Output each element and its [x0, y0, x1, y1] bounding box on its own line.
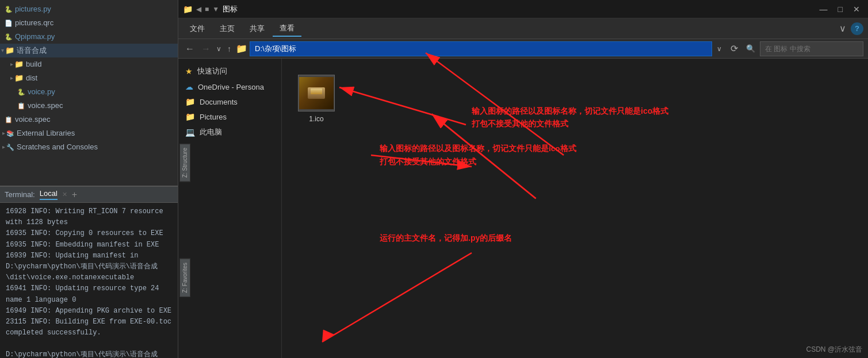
tree-item-dist[interactable]: ▸ 📁 dist	[0, 71, 178, 85]
nav-item-documents[interactable]: 📁 Documents	[178, 94, 281, 109]
nav-label: 快速访问	[197, 66, 227, 76]
ico-thumbnail	[298, 75, 335, 111]
terminal-add-button[interactable]: +	[72, 190, 77, 200]
tree-item-scratches[interactable]: ▸ 🔧 Scratches and Consoles	[0, 140, 178, 154]
tree-item-pictures-py[interactable]: 🐍 pictures.py	[0, 2, 178, 16]
terminal-line: 23115 INFO: Building EXE from EXE-00.toc…	[6, 317, 172, 338]
annotation-arrow-2	[282, 59, 868, 358]
nav-dropdown-btn[interactable]: ∨	[215, 45, 223, 53]
tree-label: voice.py	[28, 86, 55, 98]
nav-item-pictures[interactable]: 📁 Pictures	[178, 109, 281, 124]
terminal-line: 16935 INFO: Embedding manifest in EXE	[6, 240, 172, 251]
csdn-watermark: CSDN @沂水弦音	[806, 345, 862, 355]
nav-item-onedrive[interactable]: ☁ OneDrive - Persona	[178, 79, 281, 94]
nav-item-thispc[interactable]: 💻 此电脑	[178, 124, 281, 140]
explorer-title-icon4: ▼	[212, 5, 219, 13]
python-file-icon: 🐍	[17, 86, 25, 98]
annotation-arrow-1	[282, 59, 868, 358]
tree-label: pictures.py	[15, 3, 51, 15]
expand-icon: ▸	[2, 141, 5, 153]
explorer-content: ★ 快速访问 ☁ OneDrive - Persona 📁 Documents …	[178, 59, 868, 358]
expand-icon: ▸	[10, 59, 13, 70]
side-tab-favorites[interactable]: Z: Favorites	[179, 259, 190, 297]
nav-forward-btn[interactable]: →	[199, 44, 213, 54]
python-file-icon: 🐍	[5, 31, 13, 43]
annotation-text-1: 输入图标的路径以及图标名称，切记文件只能是ico格式 打包不接受其他的文件格式	[472, 105, 668, 130]
tree-item-pictures-qrc[interactable]: 📄 pictures.qrc	[0, 16, 178, 30]
explorer-title-icon2: ◀	[196, 5, 201, 13]
search-input[interactable]	[760, 41, 863, 56]
nav-label: 此电脑	[200, 127, 222, 137]
expand-icon: ▸	[2, 128, 5, 139]
nav-label: Documents	[200, 98, 238, 106]
file-explorer: 📁 ◀ ■ ▼ 图标 — □ ✕ 文件 主页 共享 查看 ∨ ? ← → ∨ ↑…	[178, 0, 868, 358]
terminal-tab-local[interactable]: Local	[40, 189, 58, 200]
svg-line-3	[339, 87, 466, 125]
file-item-ico[interactable]: 1.ico	[293, 70, 339, 128]
address-refresh-btn[interactable]: ⟳	[726, 41, 741, 56]
toolbar-home-btn[interactable]: 主页	[213, 21, 242, 36]
search-icon: 🔍	[744, 44, 758, 53]
tree-item-yuyinchenghe[interactable]: ▾ 📁 语音合成	[0, 44, 178, 57]
toolbar-view-btn[interactable]: 查看	[273, 21, 301, 37]
tree-label: External Libraries	[17, 128, 75, 139]
ico-file-name: 1.ico	[309, 115, 323, 123]
terminal-line: 16928 INFO: Writing RT_ICON 7 resource w…	[6, 206, 172, 228]
address-input[interactable]	[250, 41, 712, 56]
tree-label: 语音合成	[17, 45, 47, 56]
tree-item-voice-py[interactable]: 🐍 voice.py	[0, 85, 178, 99]
terminal-header: Terminal: Local ✕ +	[0, 187, 178, 203]
nav-item-quickaccess[interactable]: ★ 快速访问	[178, 63, 281, 79]
toolbar-share-btn[interactable]: 共享	[243, 21, 272, 36]
minimize-button[interactable]: —	[816, 5, 831, 14]
expand-icon: ▾	[1, 45, 4, 56]
star-icon: ★	[185, 67, 193, 76]
computer-icon: 💻	[185, 128, 195, 137]
tree-item-voice-spec-outer[interactable]: 📋 voice.spec	[0, 113, 178, 126]
toolbar-file-btn[interactable]: 文件	[183, 21, 212, 36]
expand-icon: ▸	[10, 72, 13, 84]
nav-up-btn[interactable]: ↑	[225, 44, 234, 53]
tree-label: pictures.qrc	[15, 17, 53, 29]
python-file-icon: 🐍	[5, 3, 13, 15]
terminal-label: Terminal:	[5, 190, 35, 199]
folder-icon: 📁	[14, 59, 24, 70]
explorer-main-area: 1.ico	[282, 59, 868, 358]
side-tab-structure[interactable]: Z: Structure	[179, 144, 190, 182]
explorer-title-text: 图标	[223, 4, 812, 14]
tree-item-build[interactable]: ▸ 📁 build	[0, 57, 178, 71]
terminal-line	[6, 338, 172, 349]
terminal-section: Terminal: Local ✕ + 16928 INFO: Writing …	[0, 186, 178, 358]
nav-back-btn[interactable]: ←	[183, 44, 197, 54]
library-icon: 📚	[6, 128, 14, 139]
tree-label: dist	[26, 72, 37, 84]
terminal-tab-close[interactable]: ✕	[62, 191, 67, 198]
favorites-tab-label: Z: Favorites	[182, 263, 188, 293]
close-button[interactable]: ✕	[850, 5, 863, 14]
explorer-toolbar: 文件 主页 共享 查看 ∨ ?	[178, 18, 868, 39]
explorer-titlebar: 📁 ◀ ■ ▼ 图标 — □ ✕	[178, 0, 868, 18]
tree-label: voice.spec	[15, 114, 50, 125]
address-folder-icon: 📁	[236, 43, 247, 54]
project-tree: 🐍 pictures.py 📄 pictures.qrc 🐍 Qpipmax.p…	[0, 0, 178, 186]
explorer-title-icon3: ■	[205, 5, 209, 13]
terminal-line: 16941 INFO: Updating resource type 24 na…	[6, 283, 172, 305]
cloud-icon: ☁	[185, 82, 193, 91]
tree-item-qpipmax[interactable]: 🐍 Qpipmax.py	[0, 30, 178, 44]
terminal-line: 16935 INFO: Copying 0 resources to EXE	[6, 228, 172, 239]
address-dropdown-btn[interactable]: ∨	[714, 45, 724, 53]
terminal-line: 16939 INFO: Updating manifest in D:\pych…	[6, 251, 172, 284]
tree-label: voice.spec	[28, 100, 63, 111]
folder-icon: 📁	[14, 72, 24, 84]
scratch-icon: 🔧	[6, 141, 14, 153]
toolbar-expand-icon[interactable]: ∨	[836, 23, 850, 34]
address-bar: ← → ∨ ↑ 📁 ∨ ⟳ 🔍	[178, 39, 868, 59]
toolbar-help-btn[interactable]: ?	[851, 22, 863, 35]
nav-label: Pictures	[200, 113, 227, 121]
tree-item-external-libraries[interactable]: ▸ 📚 External Libraries	[0, 126, 178, 140]
maximize-button[interactable]: □	[835, 5, 846, 14]
terminal-body: 16928 INFO: Writing RT_ICON 7 resource w…	[0, 203, 178, 358]
tree-item-voice-spec-inner[interactable]: 📋 voice.spec	[0, 99, 178, 113]
annotation-overlay: 输入图标的路径以及图标名称，切记文件只能是ico格式 打包不接受其他的文件格式	[282, 59, 868, 358]
tree-label: Qpipmax.py	[15, 31, 55, 43]
